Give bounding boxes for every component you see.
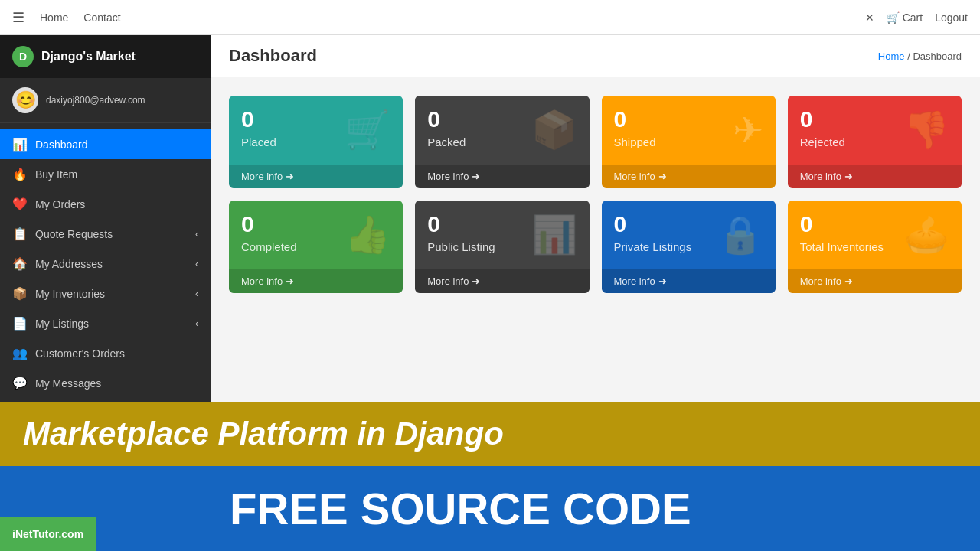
quote-requests-icon: 📋 bbox=[12, 227, 28, 241]
chevron-my-addresses: ‹ bbox=[195, 259, 198, 269]
chevron-my-listings: ‹ bbox=[195, 318, 198, 329]
card-private-listings: 0 Private Listings 🔒 More info ➜ bbox=[602, 201, 776, 293]
card-shipped-number: 0 bbox=[614, 108, 656, 131]
arrow-right-icon: ➜ bbox=[844, 276, 853, 287]
card-packed-number: 0 bbox=[427, 108, 466, 131]
card-placed: 0 Placed 🛒 More info ➜ bbox=[229, 96, 403, 188]
arrow-right-icon: ➜ bbox=[472, 276, 480, 287]
overlay-container: Marketplace Platform in Django FREE SOUR… bbox=[0, 402, 980, 551]
arrow-right-icon: ➜ bbox=[472, 171, 480, 182]
card-total-inventories-body: 0 Total Inventories 🥧 bbox=[788, 201, 962, 269]
customers-orders-icon: 👥 bbox=[12, 346, 28, 360]
card-private-listings-more-info[interactable]: More info ➜ bbox=[602, 269, 776, 293]
card-shipped-more-info[interactable]: More info ➜ bbox=[602, 165, 776, 188]
thumbsup-icon: 👍 bbox=[345, 214, 390, 256]
logout-button[interactable]: Logout bbox=[935, 11, 968, 24]
card-rejected-number: 0 bbox=[800, 108, 845, 131]
sidebar-item-quote-requests[interactable]: 📋 Quote Requests ‹ bbox=[0, 219, 211, 249]
card-completed-body: 0 Completed 👍 bbox=[229, 201, 403, 269]
card-packed-body: 0 Packed 📦 bbox=[415, 96, 589, 165]
sidebar-item-buy-item[interactable]: 🔥 Buy Item bbox=[0, 159, 211, 189]
user-avatar: 😊 bbox=[12, 87, 38, 113]
content-header: Dashboard Home / Dashboard bbox=[211, 35, 980, 77]
card-public-listing-body: 0 Public Listing 📊 bbox=[415, 201, 589, 269]
banner-free-source-text: FREE SOURCE CODE bbox=[230, 484, 691, 533]
sidebar-label-my-listings: My Listings bbox=[35, 318, 89, 330]
card-packed: 0 Packed 📦 More info ➜ bbox=[415, 96, 589, 188]
brand-icon: D bbox=[12, 46, 34, 67]
cart-icon: 🛒 bbox=[345, 109, 390, 152]
top-nav: ☰ Home Contact ✕ 🛒 Cart Logout bbox=[0, 0, 980, 35]
nav-home[interactable]: Home bbox=[40, 11, 68, 24]
user-email: daxiyoj800@advew.com bbox=[46, 95, 145, 106]
brand-name: Django's Market bbox=[41, 50, 136, 64]
card-placed-more-info[interactable]: More info ➜ bbox=[229, 165, 403, 188]
lock-icon: 🔒 bbox=[717, 214, 763, 256]
banner-free-source: FREE SOURCE CODE bbox=[0, 466, 980, 551]
nav-right: ✕ 🛒 Cart Logout bbox=[865, 11, 968, 24]
card-total-inventories: 0 Total Inventories 🥧 More info ➜ bbox=[788, 201, 962, 293]
card-public-listing: 0 Public Listing 📊 More info ➜ bbox=[415, 201, 589, 293]
my-listings-icon: 📄 bbox=[12, 316, 28, 331]
sidebar-label-buy-item: Buy Item bbox=[35, 168, 77, 181]
sidebar-user: 😊 daxiyoj800@advew.com bbox=[0, 78, 211, 123]
arrow-right-icon: ➜ bbox=[286, 171, 294, 182]
thumbsdown-icon: 👎 bbox=[903, 109, 949, 152]
card-packed-more-info[interactable]: More info ➜ bbox=[415, 165, 589, 188]
card-public-listing-label: Public Listing bbox=[427, 240, 495, 253]
arrow-right-icon: ➜ bbox=[658, 276, 667, 287]
inettutor-badge: iNetTutor.com bbox=[0, 517, 96, 551]
card-rejected-body: 0 Rejected 👎 bbox=[788, 96, 962, 165]
sidebar-item-my-orders[interactable]: ❤️ My Orders bbox=[0, 189, 211, 219]
arrow-right-icon: ➜ bbox=[844, 171, 853, 182]
sidebar-item-my-listings[interactable]: 📄 My Listings ‹ bbox=[0, 308, 211, 338]
card-private-listings-number: 0 bbox=[614, 213, 692, 236]
sidebar-item-my-inventories[interactable]: 📦 My Inventories ‹ bbox=[0, 279, 211, 308]
card-rejected-more-info[interactable]: More info ➜ bbox=[788, 165, 962, 188]
nav-contact[interactable]: Contact bbox=[83, 11, 120, 24]
chart-icon: 📊 bbox=[531, 214, 577, 256]
breadcrumb-home[interactable]: Home bbox=[878, 51, 905, 62]
chevron-quote-requests: ‹ bbox=[195, 229, 198, 240]
card-total-inventories-label: Total Inventories bbox=[800, 240, 884, 253]
sidebar-item-dashboard[interactable]: 📊 Dashboard bbox=[0, 129, 211, 159]
hamburger-button[interactable]: ☰ bbox=[12, 9, 24, 26]
my-inventories-icon: 📦 bbox=[12, 286, 28, 301]
buy-item-icon: 🔥 bbox=[12, 167, 28, 181]
cart-button[interactable]: 🛒 Cart bbox=[887, 11, 923, 24]
sidebar-item-my-addresses[interactable]: 🏠 My Addresses ‹ bbox=[0, 249, 211, 279]
card-total-inventories-more-info[interactable]: More info ➜ bbox=[788, 269, 962, 293]
card-private-listings-label: Private Listings bbox=[614, 240, 692, 253]
sidebar-item-customers-orders[interactable]: 👥 Customer's Orders bbox=[0, 338, 211, 368]
card-rejected: 0 Rejected 👎 More info ➜ bbox=[788, 96, 962, 188]
plane-icon: ✈ bbox=[733, 109, 763, 152]
card-private-listings-body: 0 Private Listings 🔒 bbox=[602, 201, 776, 269]
card-completed-more-info[interactable]: More info ➜ bbox=[229, 269, 403, 293]
sidebar-item-my-messages[interactable]: 💬 My Messages bbox=[0, 368, 211, 398]
sidebar-label-dashboard: Dashboard bbox=[35, 139, 88, 151]
banner-marketplace: Marketplace Platform in Django bbox=[0, 402, 980, 466]
nav-links: Home Contact bbox=[40, 11, 121, 24]
card-rejected-label: Rejected bbox=[800, 135, 845, 148]
card-shipped: 0 Shipped ✈ More info ➜ bbox=[602, 96, 776, 188]
pie-chart-icon: 🥧 bbox=[903, 214, 949, 256]
card-public-listing-more-info[interactable]: More info ➜ bbox=[415, 269, 589, 293]
card-shipped-body: 0 Shipped ✈ bbox=[602, 96, 776, 165]
card-completed-number: 0 bbox=[241, 213, 297, 236]
card-placed-body: 0 Placed 🛒 bbox=[229, 96, 403, 165]
card-public-listing-number: 0 bbox=[427, 213, 495, 236]
card-placed-label: Placed bbox=[241, 135, 276, 148]
card-packed-label: Packed bbox=[427, 135, 466, 148]
expand-icon-button[interactable]: ✕ bbox=[865, 11, 874, 24]
dashboard-cards-grid: 0 Placed 🛒 More info ➜ 0 bbox=[229, 96, 962, 293]
dashboard-icon: 📊 bbox=[12, 137, 28, 152]
banner-marketplace-text: Marketplace Platform in Django bbox=[23, 416, 504, 452]
my-messages-icon: 💬 bbox=[12, 376, 28, 390]
card-completed-label: Completed bbox=[241, 240, 297, 253]
my-orders-icon: ❤️ bbox=[12, 197, 28, 211]
my-addresses-icon: 🏠 bbox=[12, 256, 28, 271]
breadcrumb-current: Dashboard bbox=[913, 51, 962, 62]
sidebar-brand: D Django's Market bbox=[0, 35, 211, 78]
arrow-right-icon: ➜ bbox=[658, 171, 667, 182]
chevron-my-inventories: ‹ bbox=[195, 289, 198, 299]
